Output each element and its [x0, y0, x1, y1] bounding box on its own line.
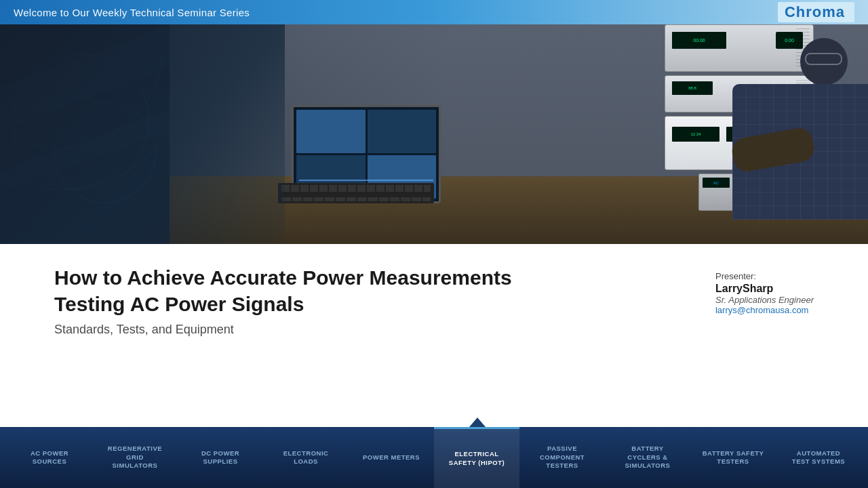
instrument-2-display: 88.8	[672, 81, 713, 95]
logo-text: Chroma	[785, 3, 845, 20]
nav-item-passive-component-testers[interactable]: PASSIVECOMPONENTTESTERS	[519, 427, 605, 488]
presenter-box: Presenter: LarrySharp Sr. Applications E…	[715, 244, 814, 315]
screen-panel-2	[368, 110, 437, 153]
main-title: How to Achieve Accurate Power Measuremen…	[54, 264, 529, 317]
subtitle: Standards, Tests, and Equipment	[54, 323, 814, 337]
person-area	[719, 24, 868, 221]
chroma-logo: Chroma	[778, 2, 854, 22]
main-title-line2: Testing AC Power Signals	[54, 293, 304, 315]
nav-item-power-meters[interactable]: POWER METERS	[349, 427, 434, 488]
presenter-name: LarrySharp	[715, 283, 814, 295]
instrument-1-display: 00.00	[672, 32, 726, 49]
main-title-line1: How to Achieve Accurate Power Measuremen…	[54, 266, 512, 289]
nav-item-dc-power-supplies[interactable]: DC POWERSUPPLIES	[178, 427, 263, 488]
nav-item-automated-test-systems[interactable]: AUTOMATEDTEST SYSTEMS	[776, 427, 861, 488]
presenter-email: larrys@chromausa.com	[715, 305, 814, 315]
keyboard	[278, 183, 434, 203]
nav-item-ac-power-sources[interactable]: AC POWERSOURCES	[7, 427, 92, 488]
person-glasses	[805, 53, 842, 65]
data-line	[299, 180, 433, 181]
header-bar: Welcome to Our Weekly Technical Seminar …	[0, 0, 868, 24]
instrument-3-display: 12.34	[672, 127, 719, 142]
nav-item-battery-cyclers[interactable]: BATTERYCYCLERS &SIMULATORS	[605, 427, 690, 488]
nav-item-electronic-loads[interactable]: ELECTRONICLOADS	[263, 427, 349, 488]
nav-pointer	[469, 418, 486, 427]
nav-item-electrical-safety[interactable]: ELECTRICALSAFETY (HIPOT)	[434, 427, 519, 488]
nav-bar: AC POWERSOURCESREGENERATIVEGRIDSIMULATOR…	[0, 427, 868, 488]
keyboard-keys-2	[281, 197, 431, 201]
nav-item-battery-safety-testers[interactable]: BATTERY SAFETYTESTERS	[690, 427, 776, 488]
screen-panel-1	[296, 110, 366, 153]
hero-image: 00.00 0.00 88.8 12.34 0.56 AC	[0, 0, 868, 244]
presenter-label: Presenter:	[715, 271, 814, 281]
hero-overlay-left	[0, 0, 285, 244]
keyboard-keys	[281, 185, 431, 192]
welcome-text: Welcome to Our Weekly Technical Seminar …	[14, 7, 250, 18]
presenter-title: Sr. Applications Engineer	[715, 295, 814, 305]
nav-item-regenerative-grid[interactable]: REGENERATIVEGRIDSIMULATORS	[92, 427, 178, 488]
